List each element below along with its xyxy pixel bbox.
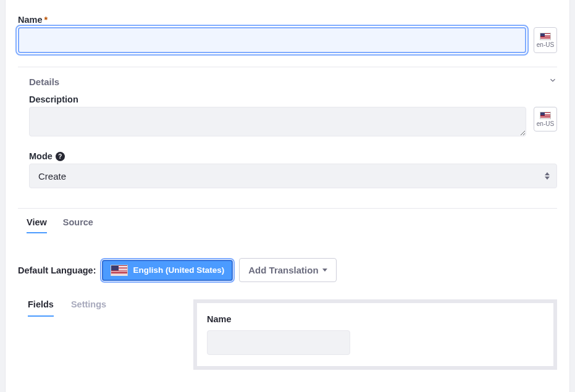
default-language-button[interactable]: English (United States): [102, 260, 233, 281]
name-label: Name *: [18, 15, 557, 25]
required-star-icon: *: [44, 15, 48, 25]
tab-view[interactable]: View: [27, 217, 47, 233]
name-input[interactable]: [18, 27, 526, 53]
name-label-text: Name: [18, 15, 43, 25]
help-icon[interactable]: ?: [56, 152, 65, 161]
tab-fields[interactable]: Fields: [28, 299, 54, 317]
default-language-label: Default Language:: [18, 265, 96, 275]
builder-tabs: Fields Settings: [18, 299, 178, 317]
description-label: Description: [29, 94, 557, 104]
editor-tabs: View Source: [18, 209, 557, 233]
preview-panel: Name: [193, 299, 557, 370]
add-translation-button[interactable]: Add Translation: [239, 258, 336, 282]
tab-settings[interactable]: Settings: [71, 299, 106, 317]
chevron-down-icon: [548, 76, 557, 87]
form-card: Name * en-US Details Description: [5, 0, 570, 392]
us-flag-icon: [540, 33, 551, 40]
description-input[interactable]: [29, 107, 526, 136]
mode-select[interactable]: Create: [29, 164, 557, 188]
details-body: Description en-US Mode ? Create: [18, 94, 557, 188]
tab-source[interactable]: Source: [63, 217, 93, 233]
details-toggle[interactable]: Details: [18, 67, 557, 94]
preview-name-label: Name: [207, 314, 544, 324]
us-flag-icon: [540, 112, 551, 119]
preview-name-input[interactable]: [207, 330, 350, 355]
add-translation-text: Add Translation: [248, 265, 318, 275]
mode-label: Mode ?: [29, 151, 557, 161]
mode-label-text: Mode: [29, 151, 52, 161]
details-title: Details: [29, 77, 59, 87]
us-flag-icon: [111, 265, 128, 276]
description-locale-selector[interactable]: en-US: [534, 107, 557, 131]
builder-area: Fields Settings Name: [18, 299, 557, 370]
caret-down-icon: [322, 269, 327, 272]
default-language-text: English (United States): [133, 265, 224, 275]
name-locale-selector[interactable]: en-US: [534, 27, 557, 53]
description-locale-code: en-US: [537, 120, 554, 127]
name-locale-code: en-US: [537, 41, 554, 48]
language-row: Default Language: English (United States…: [18, 258, 557, 282]
